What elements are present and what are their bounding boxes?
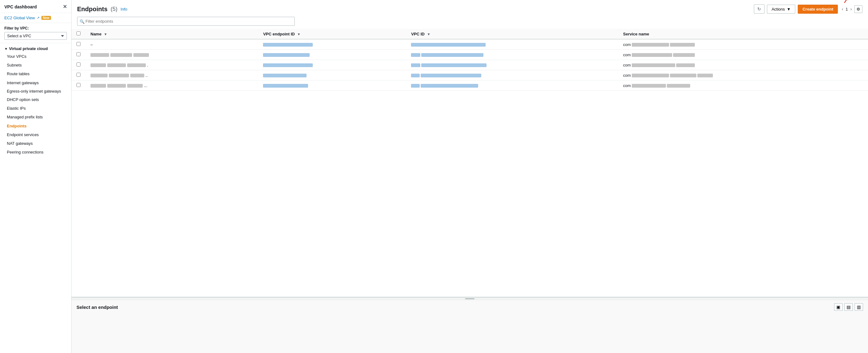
col-service-name: Service name — [618, 29, 868, 39]
table-row: ..com — [71, 70, 868, 81]
sidebar-nav-endpoint-services[interactable]: Endpoint services — [0, 130, 71, 139]
col-vpc-id: VPC ID ▼ — [406, 29, 618, 39]
select-all-checkbox[interactable] — [76, 31, 81, 35]
cell-endpoint-id — [258, 39, 406, 50]
sidebar-nav-managed-prefix-lists[interactable]: Managed prefix lists — [0, 113, 71, 122]
table-row: .com — [71, 60, 868, 70]
sidebar-nav-your-vpcs[interactable]: Your VPCs — [0, 52, 71, 61]
sidebar-ec2-link[interactable]: EC2 Global View ↗ New — [0, 13, 71, 23]
chevron-down-icon: ▼ — [4, 47, 8, 51]
cell-service-name: com — [618, 70, 868, 81]
vpc-id-sort-icon[interactable]: ▼ — [427, 32, 430, 36]
endpoint-id-sort-icon[interactable]: ▼ — [297, 32, 301, 36]
ec2-global-view-label: EC2 Global View — [4, 15, 35, 20]
info-link[interactable]: Info — [121, 7, 127, 11]
panel-view-button-2[interactable]: ▤ — [844, 303, 853, 311]
sidebar-filter-section: Filter by VPC: Select a VPC — [0, 23, 71, 43]
sidebar: VPC dashboard ✕ EC2 Global View ↗ New Fi… — [0, 0, 71, 353]
filter-vpc-label: Filter by VPC: — [4, 26, 67, 30]
vpc-filter-select[interactable]: Select a VPC — [4, 32, 67, 40]
row-checkbox[interactable] — [76, 52, 81, 56]
external-link-icon: ↗ — [37, 16, 39, 20]
sidebar-header: VPC dashboard ✕ — [0, 0, 71, 13]
row-checkbox[interactable] — [76, 62, 81, 66]
panel-title-group: Endpoints (5) Info — [77, 6, 127, 13]
sidebar-nav-subnets[interactable]: Subnets — [0, 61, 71, 70]
filter-input-wrap: 🔍 — [77, 17, 295, 26]
cell-name: – — [86, 39, 258, 50]
cell-vpc-id — [406, 81, 618, 91]
sidebar-nav-internet-gateways[interactable]: Internet gateways — [0, 78, 71, 87]
endpoints-table-wrap: Name ▼ VPC endpoint ID ▼ VPC ID ▼ Serv — [71, 29, 868, 297]
sidebar-nav-dhcp-option-sets[interactable]: DHCP option sets — [0, 95, 71, 104]
cell-name: ... — [86, 81, 258, 91]
sidebar-nav-elastic-ips[interactable]: Elastic IPs — [0, 104, 71, 113]
main-content: Endpoints (5) Info ↻ Actions ▼ Create en… — [71, 0, 868, 353]
name-sort-icon[interactable]: ▼ — [104, 32, 107, 36]
cell-service-name: com — [618, 39, 868, 50]
bottom-panel-header: Select an endpoint ▣ ▤ ▥ — [71, 300, 868, 313]
bottom-panel: Select an endpoint ▣ ▤ ▥ — [71, 297, 868, 353]
sidebar-nav-peering-connections[interactable]: Peering connections — [0, 148, 71, 157]
sidebar-nav-route-tables[interactable]: Route tables — [0, 70, 71, 78]
row-checkbox[interactable] — [76, 73, 81, 77]
cell-service-name: com — [618, 60, 868, 70]
page-number: 1 — [846, 7, 848, 11]
panel-header: Endpoints (5) Info ↻ Actions ▼ Create en… — [71, 0, 868, 17]
cell-endpoint-id — [258, 81, 406, 91]
panel-actions: ↻ Actions ▼ Create endpoint ‹ — [754, 4, 862, 14]
actions-chevron-icon: ▼ — [787, 7, 791, 11]
cell-name: .. — [86, 70, 258, 81]
drag-handle-bar[interactable] — [71, 298, 868, 300]
cell-service-name: com — [618, 81, 868, 91]
table-row: –com — [71, 39, 868, 50]
row-checkbox[interactable] — [76, 83, 81, 87]
create-endpoint-button[interactable]: Create endpoint — [798, 5, 838, 14]
sidebar-nav-egress-only-internet-gateways[interactable]: Egress-only internet gateways — [0, 87, 71, 95]
row-checkbox[interactable] — [76, 42, 81, 46]
filter-bar: 🔍 — [71, 17, 868, 29]
actions-button[interactable]: Actions ▼ — [767, 5, 796, 14]
cell-vpc-id — [406, 60, 618, 70]
top-panel: Endpoints (5) Info ↻ Actions ▼ Create en… — [71, 0, 868, 297]
sidebar-nav-endpoints-row: Endpoints — [0, 122, 71, 130]
cell-endpoint-id — [258, 50, 406, 60]
sidebar-nav-nat-gateways[interactable]: NAT gateways — [0, 139, 71, 148]
bottom-panel-title: Select an endpoint — [76, 304, 118, 310]
actions-label: Actions — [772, 7, 785, 11]
sidebar-section-virtual-private-cloud: ▼ Virtual private cloud — [0, 43, 71, 52]
drag-handle-indicator — [465, 298, 474, 299]
cell-service-name: com — [618, 50, 868, 60]
cell-vpc-id — [406, 70, 618, 81]
pagination: ‹ 1 › ⚙ — [840, 5, 862, 13]
panel-view-button-1[interactable]: ▣ — [834, 303, 842, 311]
table-row: com — [71, 50, 868, 60]
svg-line-3 — [844, 0, 855, 3]
page-title: Endpoints — [77, 6, 107, 13]
sidebar-close-icon[interactable]: ✕ — [63, 4, 67, 10]
col-vpc-endpoint-id: VPC endpoint ID ▼ — [258, 29, 406, 39]
endpoint-count: (5) — [111, 6, 118, 12]
cell-name: . — [86, 60, 258, 70]
filter-input[interactable] — [77, 17, 295, 26]
cell-vpc-id — [406, 50, 618, 60]
sidebar-title: VPC dashboard — [4, 4, 37, 9]
cell-endpoint-id — [258, 70, 406, 81]
panel-view-button-3[interactable]: ▥ — [855, 303, 863, 311]
search-icon: 🔍 — [80, 19, 85, 24]
cell-name — [86, 50, 258, 60]
next-page-button[interactable]: › — [849, 6, 853, 12]
new-badge: New — [41, 16, 51, 20]
prev-page-button[interactable]: ‹ — [840, 6, 844, 12]
endpoints-table: Name ▼ VPC endpoint ID ▼ VPC ID ▼ Serv — [71, 29, 868, 91]
refresh-button[interactable]: ↻ — [754, 4, 765, 14]
table-settings-button[interactable]: ⚙ — [854, 5, 862, 13]
col-name: Name ▼ — [86, 29, 258, 39]
create-button-arrow-icon — [838, 0, 860, 4]
table-row: ...com — [71, 81, 868, 91]
cell-vpc-id — [406, 39, 618, 50]
select-all-header — [71, 29, 86, 39]
sidebar-nav-endpoints[interactable]: Endpoints — [0, 122, 71, 130]
cell-endpoint-id — [258, 60, 406, 70]
bottom-panel-view-controls: ▣ ▤ ▥ — [834, 303, 863, 311]
